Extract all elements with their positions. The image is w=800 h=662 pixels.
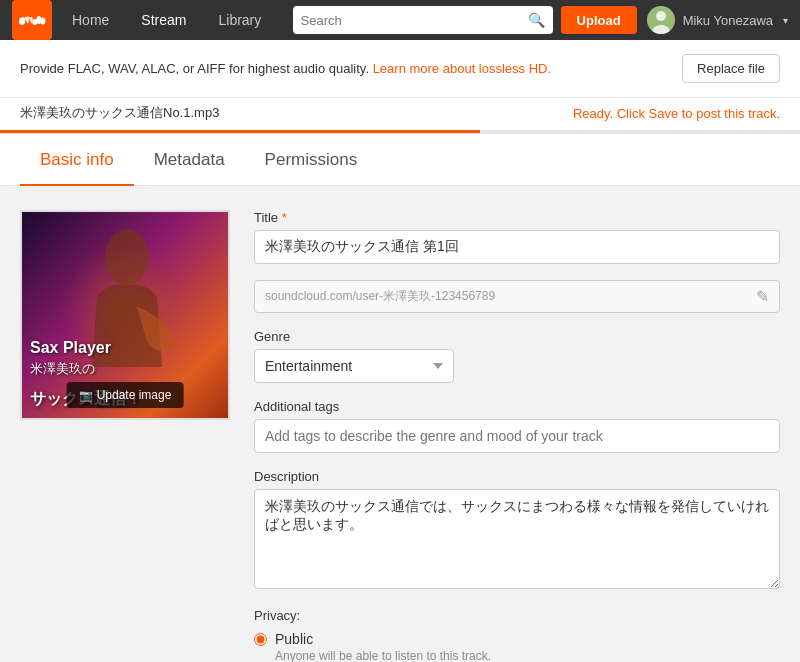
tab-basic-info[interactable]: Basic info (20, 134, 134, 186)
genre-label: Genre (254, 329, 780, 344)
svg-point-2 (40, 17, 45, 24)
genre-group: Genre Entertainment Music Podcast Other (254, 329, 780, 383)
nav-home[interactable]: Home (56, 0, 125, 40)
avatar (647, 6, 675, 34)
tags-label: Additional tags (254, 399, 780, 414)
form-section: Title soundcloud.com/user-米澤美玖-123456789… (254, 210, 780, 662)
tab-permissions[interactable]: Permissions (245, 134, 378, 186)
upload-button[interactable]: Upload (561, 6, 637, 34)
privacy-public-label: Public (275, 631, 491, 647)
status-label: Ready. Click Save to post this track. (573, 106, 780, 121)
url-text: soundcloud.com/user-米澤美玖-123456789 (265, 288, 756, 305)
lossless-banner: Provide FLAC, WAV, ALAC, or AIFF for hig… (0, 40, 800, 98)
lossless-link[interactable]: Learn more about lossless HD. (373, 61, 551, 76)
edit-icon[interactable]: ✎ (756, 287, 769, 306)
filename-label: 米澤美玖のサックス通信No.1.mp3 (20, 104, 219, 122)
replace-file-button[interactable]: Replace file (682, 54, 780, 83)
user-name: Miku Yonezawa (683, 13, 773, 28)
banner-message: Provide FLAC, WAV, ALAC, or AIFF for hig… (20, 61, 551, 76)
privacy-radio-group: Public Anyone will be able to listen to … (254, 631, 780, 662)
image-section: Sax Player 米澤美玖の サックス通信！ 📷 Update image (20, 210, 230, 662)
logo[interactable] (12, 0, 52, 40)
title-input[interactable] (254, 230, 780, 264)
nav-library[interactable]: Library (202, 0, 277, 40)
progress-bar (0, 130, 800, 133)
progress-row: 米澤美玖のサックス通信No.1.mp3 Ready. Click Save to… (0, 98, 800, 134)
privacy-public-sublabel: Anyone will be able to listen to this tr… (275, 649, 491, 662)
navbar: Home Stream Library 🔍 Upload Miku Yoneza… (0, 0, 800, 40)
privacy-public-item: Public Anyone will be able to listen to … (254, 631, 780, 662)
privacy-group: Privacy: Public Anyone will be able to l… (254, 608, 780, 662)
search-bar: 🔍 (293, 6, 553, 34)
url-row: soundcloud.com/user-米澤美玖-123456789 ✎ (254, 280, 780, 313)
overlay-subtitle: 米澤美玖の (30, 360, 111, 378)
privacy-label: Privacy: (254, 608, 780, 623)
tab-metadata[interactable]: Metadata (134, 134, 245, 186)
tags-group: Additional tags (254, 399, 780, 453)
image-overlay: Sax Player 米澤美玖の (30, 337, 111, 378)
chevron-down-icon: ▾ (783, 15, 788, 26)
progress-fill (0, 130, 480, 133)
track-image-inner: Sax Player 米澤美玖の サックス通信！ 📷 Update image (22, 212, 228, 418)
tabs-container: Basic info Metadata Permissions (0, 134, 800, 186)
svg-point-6 (105, 229, 149, 285)
overlay-title: Sax Player (30, 337, 111, 359)
description-label: Description (254, 469, 780, 484)
tags-input[interactable] (254, 419, 780, 453)
description-group: Description 米澤美玖のサックス通信では、サックスにまつわる様々な情報… (254, 469, 780, 592)
genre-select[interactable]: Entertainment Music Podcast Other (254, 349, 454, 383)
search-icon: 🔍 (528, 12, 545, 28)
svg-point-4 (656, 11, 666, 21)
main-content: Sax Player 米澤美玖の サックス通信！ 📷 Update image … (0, 186, 800, 662)
description-textarea[interactable]: 米澤美玖のサックス通信では、サックスにまつわる様々な情報を発信していければと思い… (254, 489, 780, 589)
camera-icon: 📷 (79, 389, 93, 402)
track-image: Sax Player 米澤美玖の サックス通信！ 📷 Update image (20, 210, 230, 420)
update-image-button[interactable]: 📷 Update image (67, 382, 184, 408)
nav-stream[interactable]: Stream (125, 0, 202, 40)
title-group: Title (254, 210, 780, 264)
privacy-public-radio[interactable] (254, 633, 267, 646)
search-input[interactable] (301, 13, 528, 28)
title-label: Title (254, 210, 780, 225)
user-menu[interactable]: Miku Yonezawa ▾ (647, 6, 788, 34)
tabs: Basic info Metadata Permissions (20, 134, 780, 185)
